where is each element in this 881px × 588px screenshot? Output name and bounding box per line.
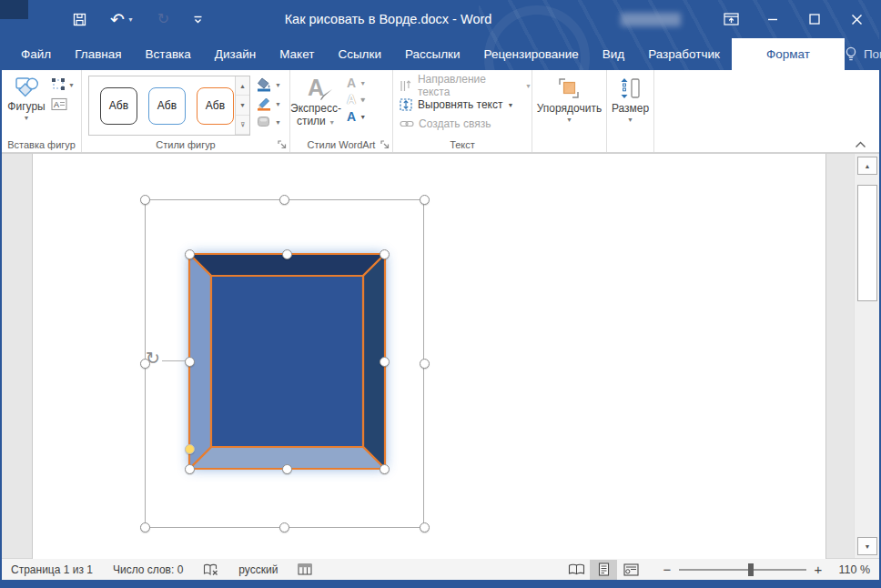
text-direction-button[interactable]: Направление текста ▼ [393, 76, 532, 95]
chevron-up-icon [855, 141, 866, 148]
outer-resize-handle-2[interactable] [279, 195, 289, 205]
minimize-icon [767, 14, 778, 25]
vertical-scrollbar[interactable]: ▲ ▼ [854, 154, 879, 558]
tab-insert[interactable]: Вставка [134, 38, 203, 70]
minimize-button[interactable] [757, 0, 788, 38]
tab-format[interactable]: Формат [732, 38, 845, 70]
svg-text:A: A [54, 100, 59, 109]
page-indicator[interactable]: Страница 1 из 1 [11, 563, 93, 576]
tab-file[interactable]: Файл [9, 38, 63, 70]
gallery-up-button[interactable]: ▲ [236, 76, 249, 96]
tab-layout[interactable]: Макет [268, 38, 326, 70]
outer-resize-handle-8[interactable] [420, 522, 430, 532]
undo-dropdown-icon[interactable]: ▼ [127, 16, 134, 23]
quick-styles-button[interactable]: А Экспресс- стили ▼ [290, 75, 341, 128]
bevel-shape[interactable] [167, 231, 408, 492]
collapse-ribbon-button[interactable] [855, 141, 866, 148]
undo-button[interactable]: ↶ ▼ [110, 11, 134, 28]
shape-effects-dropdown-icon: ▼ [275, 119, 281, 126]
shape-resize-handle-7[interactable] [282, 464, 292, 474]
text-box-button[interactable]: A [51, 97, 75, 111]
zoom-slider-track[interactable] [679, 569, 806, 571]
zoom-controls: − + 110 % [659, 562, 870, 577]
read-mode-button[interactable] [562, 560, 590, 580]
shape-resize-handle-4[interactable] [185, 357, 195, 367]
print-layout-button[interactable] [590, 560, 617, 580]
edit-shape-button[interactable]: ▼ [51, 77, 75, 92]
link-icon [400, 119, 414, 128]
text-effects-icon: А [347, 110, 356, 124]
scrollbar-thumb[interactable] [857, 185, 877, 301]
size-button[interactable]: Размер ▼ [612, 75, 649, 123]
gallery-more-button[interactable]: ⊽ [236, 116, 249, 135]
save-button[interactable] [73, 13, 86, 26]
shape-resize-handle-5[interactable] [380, 357, 390, 367]
tell-me-button[interactable]: Помощн [845, 46, 881, 62]
edit-shape-icon [51, 77, 66, 92]
outer-resize-handle-4[interactable] [140, 359, 150, 369]
outer-resize-handle-1[interactable] [140, 195, 150, 205]
macro-button[interactable] [298, 563, 312, 575]
tab-review[interactable]: Рецензирование [472, 38, 591, 70]
titlebar-controls [621, 0, 872, 38]
language-indicator[interactable]: русский [238, 563, 278, 576]
outer-resize-handle-5[interactable] [420, 359, 430, 369]
gallery-down-button[interactable]: ▼ [236, 96, 249, 115]
tab-home[interactable]: Главная [63, 38, 133, 70]
align-text-dropdown-icon: ▼ [507, 102, 513, 108]
shapes-button[interactable]: Фигуры ▼ [2, 75, 51, 121]
word-count[interactable]: Число слов: 0 [113, 563, 183, 576]
tab-design[interactable]: Дизайн [203, 38, 268, 70]
ribbon-display-options-button[interactable] [715, 0, 746, 38]
shape-styles-dialog-launcher[interactable] [278, 140, 287, 149]
shape-resize-handle-3[interactable] [380, 249, 390, 259]
scroll-down-button[interactable]: ▼ [857, 537, 877, 555]
zoom-slider[interactable] [679, 563, 806, 577]
shape-style-preset-3[interactable]: Абв [197, 87, 234, 125]
outer-resize-handle-6[interactable] [140, 522, 150, 532]
tab-references[interactable]: Ссылки [326, 38, 393, 70]
text-outline-button[interactable]: А ▼ [347, 93, 366, 106]
shape-resize-handle-1[interactable] [185, 249, 195, 259]
shape-style-preset-2[interactable]: Абв [148, 87, 186, 125]
zoom-level[interactable]: 110 % [826, 563, 870, 576]
web-layout-button[interactable] [617, 560, 644, 580]
maximize-icon [809, 14, 820, 25]
close-button[interactable] [841, 0, 872, 38]
zoom-slider-thumb[interactable] [748, 563, 754, 576]
tab-developer[interactable]: Разработчик [636, 38, 732, 70]
maximize-button[interactable] [799, 0, 830, 38]
scroll-up-button[interactable]: ▲ [857, 157, 877, 175]
shape-effects-button[interactable]: ▼ [257, 116, 281, 128]
align-text-label: Выровнять текст [418, 98, 502, 111]
create-link-button[interactable]: Создать связь [393, 114, 532, 133]
quick-styles-label-line2: стили [297, 115, 326, 127]
shape-resize-handle-2[interactable] [282, 249, 292, 259]
save-icon [73, 13, 86, 26]
zoom-out-button[interactable]: − [659, 562, 675, 577]
arrange-button[interactable]: Упорядочить ▼ [537, 75, 602, 123]
window-title: Как рисовать в Ворде.docx - Word [138, 0, 638, 38]
text-outline-dropdown-icon: ▼ [359, 96, 366, 104]
text-effects-button[interactable]: А ▼ [347, 110, 366, 124]
tab-view[interactable]: Вид [591, 38, 636, 70]
outer-resize-handle-3[interactable] [420, 195, 430, 205]
tab-mailings[interactable]: Рассылки [393, 38, 472, 70]
outer-resize-handle-7[interactable] [279, 522, 289, 532]
proofing-status[interactable] [203, 563, 218, 576]
align-text-button[interactable]: Выровнять текст ▼ [393, 95, 532, 114]
gallery-scroll: ▲ ▼ ⊽ [235, 76, 249, 135]
zoom-in-button[interactable]: + [810, 562, 826, 577]
shape-adjust-handle[interactable] [185, 444, 195, 454]
size-label: Размер [612, 102, 649, 115]
text-fill-button[interactable]: А ▼ [347, 76, 366, 90]
shape-fill-button[interactable]: ▼ [257, 77, 281, 92]
shape-resize-handle-8[interactable] [380, 464, 390, 474]
shape-outline-button[interactable]: ▼ [257, 96, 281, 111]
title-bar: ↶ ▼ ↻ Как рисовать в Ворде.docx - Word [2, 0, 879, 38]
shape-resize-handle-6[interactable] [185, 464, 195, 474]
wordart-dialog-launcher[interactable] [380, 140, 390, 149]
lightbulb-icon [845, 46, 857, 62]
bevel-center [211, 276, 363, 447]
shape-style-preset-1[interactable]: Абв [100, 87, 137, 125]
